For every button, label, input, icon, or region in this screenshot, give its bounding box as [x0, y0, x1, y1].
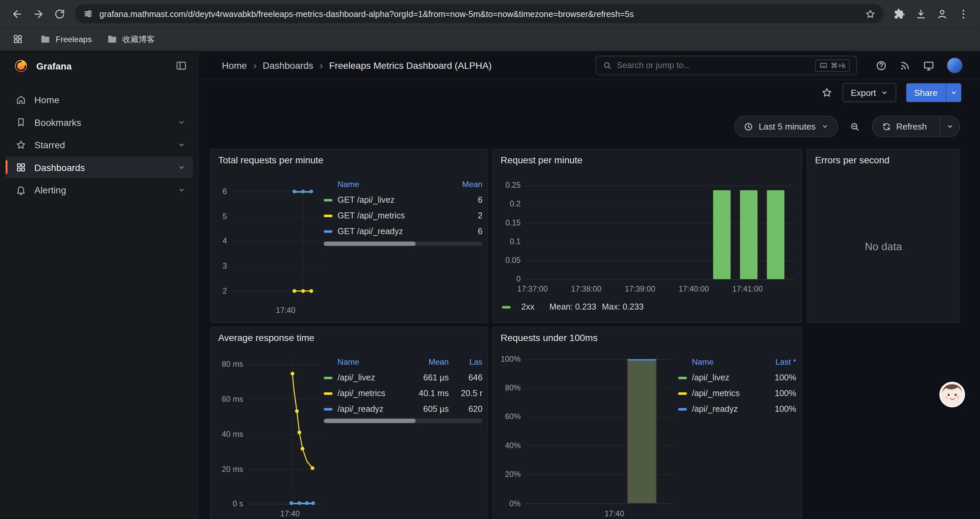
chevron-down-icon[interactable]: [177, 118, 185, 126]
sidebar-item-label: Starred: [34, 139, 65, 150]
y-tick: 80%: [493, 384, 520, 393]
x-tick: 17:40: [271, 509, 309, 518]
sidebar-item-alerting[interactable]: Alerting: [5, 179, 193, 200]
legend-row[interactable]: GET /api/_livez 6: [324, 192, 483, 208]
sidebar-collapse-icon[interactable]: [176, 60, 187, 72]
monitor-icon[interactable]: [923, 60, 934, 71]
y-tick: 0.2: [493, 200, 520, 208]
legend-row[interactable]: /api/_metrics 40.1 ms 20.5 r: [324, 385, 483, 401]
legend-row[interactable]: /api/_livez 661 µs 646: [324, 370, 483, 385]
breadcrumb-home[interactable]: Home: [222, 60, 247, 71]
breadcrumb-separator: ›: [318, 60, 324, 71]
apps-grid-icon[interactable]: [10, 32, 25, 47]
bar: [767, 190, 784, 279]
time-range-picker[interactable]: Last 5 minutes: [734, 116, 838, 137]
panel-request-per-minute: Request per minute 0.25 0.2 0.15 0.1 0.0…: [492, 149, 802, 323]
profile-avatar-icon[interactable]: [931, 3, 953, 24]
forward-button[interactable]: [27, 3, 49, 24]
series-color-yellow: [324, 214, 332, 217]
news-rss-icon[interactable]: [899, 60, 911, 71]
series-color-green: [678, 376, 687, 379]
x-tick: 17:40:00: [672, 285, 716, 294]
y-tick: 0.15: [493, 219, 520, 227]
bar-chart: [713, 184, 784, 279]
refresh-interval-dropdown[interactable]: [940, 117, 959, 137]
sidebar-item-label: Home: [34, 94, 59, 105]
legend: 2xx Mean: 0.233 Max: 0.233: [502, 302, 644, 311]
sidebar-item-bookmarks[interactable]: Bookmarks: [5, 112, 193, 133]
breadcrumb-current: Freeleaps Metrics Dashboard (ALPHA): [329, 60, 492, 71]
chevron-down-icon[interactable]: [177, 163, 185, 171]
sidebar: Grafana Home Bookmarks Starred: [0, 51, 199, 519]
series-color-blue: [324, 408, 332, 410]
legend-scrollbar[interactable]: [324, 241, 483, 246]
panel-requests-under-100ms: Requests under 100ms 100% 80% 60% 40% 20…: [492, 327, 802, 519]
browser-menu-icon[interactable]: [953, 3, 974, 24]
share-button-main[interactable]: Share: [906, 83, 946, 102]
bookmark-folder-blogs[interactable]: 收藏博客: [107, 34, 155, 45]
scrollbar-thumb[interactable]: [324, 419, 416, 423]
search-box[interactable]: ⌘+k: [596, 56, 857, 75]
sidebar-item-starred[interactable]: Starred: [5, 134, 193, 155]
breadcrumb-dashboards[interactable]: Dashboards: [263, 60, 313, 71]
scrollbar-thumb[interactable]: [324, 241, 416, 246]
bell-icon: [16, 184, 26, 195]
refresh-button[interactable]: Refresh: [873, 117, 935, 137]
user-avatar[interactable]: [947, 57, 963, 73]
url-text[interactable]: grafana.mathmast.com/d/deytv4rwavabkb/fr…: [99, 9, 859, 18]
extensions-icon[interactable]: [889, 3, 910, 24]
chevron-down-icon[interactable]: [177, 141, 185, 149]
y-tick: 100%: [493, 355, 520, 363]
y-tick: 0.05: [493, 256, 520, 265]
legend-col-last[interactable]: Las: [449, 357, 482, 366]
legend-row[interactable]: GET /api/_readyz 6: [324, 224, 483, 239]
legend-row[interactable]: /api/_livez 100%: [678, 370, 796, 385]
bookmark-icon: [16, 117, 26, 127]
search-icon: [602, 61, 612, 70]
legend-col-name[interactable]: Name: [324, 357, 414, 366]
legend-col-mean[interactable]: Mean: [414, 357, 449, 366]
panel-title[interactable]: Requests under 100ms: [501, 332, 598, 343]
bookmarks-bar: Freeleaps 收藏博客: [0, 27, 980, 51]
keyboard-icon: [819, 61, 827, 69]
sidebar-item-dashboards[interactable]: Dashboards: [5, 156, 193, 178]
legend-col-name[interactable]: Name: [678, 357, 762, 366]
legend-scrollbar[interactable]: [324, 419, 483, 423]
chevron-down-icon[interactable]: [177, 186, 185, 194]
legend-row[interactable]: GET /api/_metrics 2: [324, 208, 483, 224]
legend-col-last[interactable]: Last *: [762, 357, 796, 366]
url-bar[interactable]: grafana.mathmast.com/d/deytv4rwavabkb/fr…: [75, 4, 884, 23]
legend-row[interactable]: /api/_metrics 100%: [678, 385, 796, 401]
panel-title[interactable]: Request per minute: [501, 155, 582, 165]
zoom-out-icon: [850, 121, 860, 132]
chevron-down-icon: [821, 123, 829, 130]
zoom-out-button[interactable]: [844, 116, 865, 137]
back-button[interactable]: [6, 3, 28, 24]
star-icon: [16, 139, 26, 150]
panel-title[interactable]: Errors per second: [815, 155, 889, 165]
y-tick: 0: [493, 275, 520, 284]
sidebar-item-home[interactable]: Home: [5, 89, 193, 110]
legend-row[interactable]: /api/_readyz 605 µs 620: [324, 401, 483, 417]
legend-col-mean[interactable]: Mean: [448, 179, 483, 189]
grafana-logo[interactable]: [14, 58, 28, 73]
floating-assistant-avatar[interactable]: [939, 382, 965, 407]
bookmark-star-icon[interactable]: [865, 8, 876, 19]
chevron-down-icon: [950, 89, 957, 96]
legend-row[interactable]: /api/_readyz 100%: [678, 401, 796, 417]
share-dropdown-button[interactable]: [946, 83, 961, 102]
panel-total-requests: Total requests per minute 6 5 4 3 2: [210, 149, 488, 323]
folder-icon: [107, 34, 118, 45]
help-icon[interactable]: [876, 60, 887, 71]
bookmark-folder-freeleaps[interactable]: Freeleaps: [40, 34, 92, 45]
export-button[interactable]: Export: [843, 83, 896, 102]
reload-button[interactable]: [49, 3, 70, 24]
download-icon[interactable]: [910, 3, 931, 24]
legend-col-name[interactable]: Name: [324, 179, 448, 189]
search-input[interactable]: [617, 61, 810, 70]
site-info-icon[interactable]: [83, 9, 93, 19]
sidebar-item-label: Bookmarks: [34, 117, 81, 127]
favorite-star-icon[interactable]: [821, 87, 832, 98]
legend-series[interactable]: 2xx: [521, 302, 535, 311]
refresh-button-group: Refresh: [872, 116, 960, 137]
